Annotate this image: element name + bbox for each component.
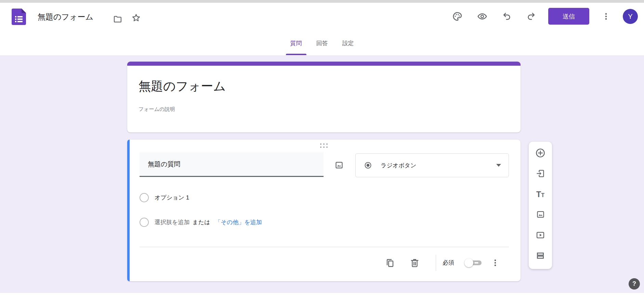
redo-icon <box>526 11 536 22</box>
add-video-icon <box>536 230 545 241</box>
option-label[interactable]: オプション 1 <box>155 194 189 202</box>
delete-question-button[interactable] <box>408 256 421 270</box>
add-option-or-text: または <box>192 218 210 226</box>
question-card: ラジオボタン オプション 1 選択肢を追加 または 「その他」を追加 <box>127 140 521 281</box>
question-type-selected: ラジオボタン <box>381 162 416 169</box>
customize-theme-button[interactable] <box>450 10 464 23</box>
theme-color-bar <box>127 62 521 66</box>
appbar-more-button[interactable] <box>599 10 613 23</box>
radio-option-icon <box>140 218 149 227</box>
redo-button[interactable] <box>524 10 538 23</box>
radio-option-icon <box>140 193 149 202</box>
add-title-icon: TT <box>536 191 544 198</box>
radio-button-icon <box>364 161 372 169</box>
form-editor-content: 無題のフォーム フォームの説明 <box>0 56 644 293</box>
add-title-description-button[interactable]: TT <box>534 188 547 201</box>
active-tab-underline <box>286 54 306 55</box>
question-type-dropdown[interactable]: ラジオボタン <box>355 153 509 177</box>
star-icon <box>131 13 141 23</box>
preview-button[interactable] <box>475 10 489 23</box>
required-toggle[interactable] <box>464 260 482 266</box>
add-option-placeholder[interactable]: 選択肢を追加 <box>155 218 189 226</box>
undo-icon <box>502 11 512 22</box>
side-toolbar: TT <box>529 142 552 269</box>
import-questions-button[interactable] <box>534 167 547 181</box>
drag-handle[interactable] <box>320 143 328 148</box>
add-video-button[interactable] <box>534 229 547 242</box>
tab-questions-label: 質問 <box>290 39 302 47</box>
duplicate-question-button[interactable] <box>383 256 397 270</box>
appbar: 無題のフォーム <box>0 3 644 31</box>
more-vertical-icon <box>602 12 610 21</box>
form-title-appbar[interactable]: 無題のフォーム <box>38 11 93 23</box>
add-image-icon <box>536 210 545 220</box>
question-more-button[interactable] <box>488 256 502 270</box>
preview-eye-icon <box>477 11 487 22</box>
send-button[interactable]: 送信 <box>548 8 589 25</box>
question-title-input[interactable] <box>140 152 324 177</box>
add-image-to-question-button[interactable] <box>332 158 346 172</box>
palette-icon <box>452 11 462 22</box>
required-label: 必須 <box>443 259 454 267</box>
window-top-strip <box>0 0 644 3</box>
tab-responses-label: 回答 <box>316 39 328 47</box>
folder-icon <box>113 14 122 24</box>
form-description-field[interactable]: フォームの説明 <box>139 106 175 113</box>
tab-responses[interactable]: 回答 <box>311 31 333 56</box>
delete-icon <box>410 258 420 268</box>
duplicate-icon <box>385 258 395 268</box>
add-other-option-link[interactable]: 「その他」を追加 <box>215 218 262 226</box>
tabbar: 質問 回答 設定 <box>0 31 644 56</box>
add-section-icon <box>536 251 545 261</box>
add-question-button[interactable] <box>534 146 547 160</box>
footer-vertical-divider <box>436 255 436 271</box>
help-button[interactable]: ? <box>629 278 640 290</box>
option-row: オプション 1 <box>140 191 189 204</box>
move-to-folder-button[interactable] <box>111 12 124 26</box>
star-form-button[interactable] <box>129 11 143 25</box>
account-avatar[interactable]: Y <box>623 9 638 24</box>
add-option-row: 選択肢を追加 または 「その他」を追加 <box>140 216 262 228</box>
toggle-knob <box>464 258 473 267</box>
active-question-indicator <box>127 140 130 281</box>
window-bottom-strip <box>0 293 644 295</box>
image-icon <box>334 161 344 170</box>
add-question-icon <box>535 148 546 159</box>
question-footer-divider <box>140 247 509 247</box>
form-title-field[interactable]: 無題のフォーム <box>139 78 226 95</box>
import-questions-icon <box>536 169 545 179</box>
add-section-button[interactable] <box>534 249 547 263</box>
tab-questions[interactable]: 質問 <box>285 31 307 56</box>
forms-logo-icon[interactable] <box>12 9 26 25</box>
more-vertical-icon <box>491 258 500 267</box>
chevron-down-icon <box>496 164 501 167</box>
form-header-card: 無題のフォーム フォームの説明 <box>127 62 521 132</box>
tab-settings-label: 設定 <box>342 39 354 47</box>
google-forms-editor: 無題のフォーム <box>0 0 644 295</box>
undo-button[interactable] <box>500 10 514 23</box>
add-image-button[interactable] <box>534 208 547 222</box>
tab-settings[interactable]: 設定 <box>337 31 359 56</box>
